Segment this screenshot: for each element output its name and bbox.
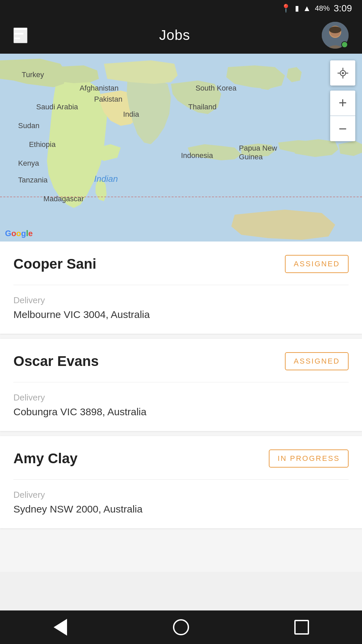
job-card[interactable]: Oscar Evans ASSIGNED Delivery Cobungra V…	[0, 339, 362, 431]
status-icons: 📍 ▮ ▲ 48% 3:09	[281, 3, 352, 14]
online-status-dot	[341, 41, 348, 48]
zoom-out-button[interactable]: −	[330, 116, 355, 141]
job-card[interactable]: Cooper Sani ASSIGNED Delivery Melbourne …	[0, 241, 362, 334]
job-type: Delivery	[13, 490, 349, 500]
back-icon	[54, 619, 67, 636]
svg-point-10	[342, 72, 344, 74]
wifi-icon: ▲	[303, 4, 311, 13]
job-card-header: Amy Clay IN PROGRESS	[0, 436, 362, 479]
status-badge-inprogress: IN PROGRESS	[269, 449, 349, 468]
job-name: Cooper Sani	[13, 256, 96, 272]
job-address: Sydney NSW 2000, Australia	[13, 503, 349, 515]
battery-indicator: 48%	[315, 4, 329, 13]
header: Jobs	[0, 17, 362, 54]
page-title: Jobs	[159, 27, 190, 43]
job-card[interactable]: Amy Clay IN PROGRESS Delivery Sydney NSW…	[0, 436, 362, 528]
back-button[interactable]	[47, 614, 74, 641]
job-card-header: Oscar Evans ASSIGNED	[0, 339, 362, 382]
job-type: Delivery	[13, 295, 349, 306]
job-address: Melbourne VIC 3004, Australia	[13, 309, 349, 320]
recents-icon	[294, 620, 309, 635]
bottom-navigation	[0, 610, 362, 644]
job-name: Amy Clay	[13, 450, 77, 467]
status-time: 3:09	[334, 3, 352, 14]
job-card-details: Delivery Sydney NSW 2000, Australia	[0, 480, 362, 528]
signal-icon: ▮	[295, 4, 299, 13]
job-address: Cobungra VIC 3898, Australia	[13, 406, 349, 418]
google-logo: Google	[5, 229, 33, 238]
map-container[interactable]: Turkey Afghanistan South Korea Saudi Ara…	[0, 54, 362, 241]
avatar-container[interactable]	[322, 22, 349, 49]
home-button[interactable]	[168, 614, 194, 641]
filter-button[interactable]	[13, 28, 27, 43]
svg-rect-0	[14, 28, 27, 30]
job-card-header: Cooper Sani ASSIGNED	[0, 241, 362, 285]
status-badge: ASSIGNED	[285, 255, 349, 273]
job-card-details: Delivery Cobungra VIC 3898, Australia	[0, 382, 362, 431]
equator-line	[0, 197, 362, 197]
location-icon: 📍	[281, 4, 291, 13]
status-bar: 📍 ▮ ▲ 48% 3:09	[0, 0, 362, 17]
map-zoom-controls[interactable]: + −	[330, 91, 355, 141]
svg-point-7	[329, 26, 341, 33]
job-name: Oscar Evans	[13, 353, 99, 369]
recents-button[interactable]	[288, 614, 315, 641]
job-type: Delivery	[13, 392, 349, 403]
job-card-details: Delivery Melbourne VIC 3004, Australia	[0, 285, 362, 334]
svg-rect-2	[14, 38, 20, 39]
svg-rect-1	[14, 33, 23, 35]
status-badge: ASSIGNED	[285, 352, 349, 370]
zoom-in-button[interactable]: +	[330, 91, 355, 116]
job-list: Cooper Sani ASSIGNED Delivery Melbourne …	[0, 241, 362, 572]
home-icon	[173, 619, 189, 635]
locate-button[interactable]	[330, 60, 355, 86]
